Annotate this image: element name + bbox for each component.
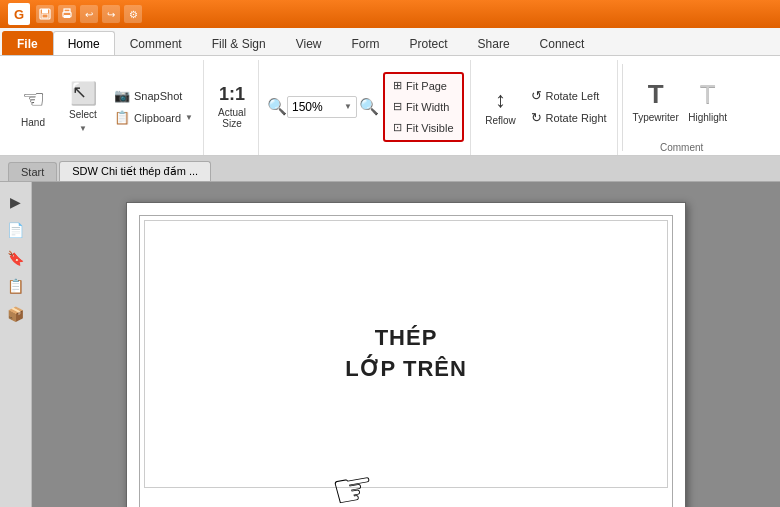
save-icon[interactable] (36, 5, 54, 23)
tab-share[interactable]: Share (463, 31, 525, 55)
comment-group-label: Comment (660, 142, 703, 155)
clipboard-button[interactable]: 📋 Clipboard ▼ (110, 108, 197, 128)
typewriter-label: Typewriter (633, 112, 679, 123)
fit-visible-label: Fit Visible (406, 122, 453, 134)
typewriter-icon: T (648, 79, 664, 110)
zoom-group: 1:1 ActualSize (206, 60, 259, 155)
fit-width-icon: ⊟ (393, 100, 402, 113)
tab-comment[interactable]: Comment (115, 31, 197, 55)
fit-visible-icon: ⊡ (393, 121, 402, 134)
snapshot-button[interactable]: 📷 SnapShot (110, 86, 197, 106)
tab-protect[interactable]: Protect (395, 31, 463, 55)
rotate-right-button[interactable]: ↻ Rotate Right (527, 108, 611, 128)
doc-tabs: Start SDW Chi tiết thép đầm ... (0, 156, 780, 182)
reflow-rotate-content: ↕ Reflow ↺ Rotate Left ↻ Rotate Right (479, 60, 611, 153)
select-icon: ⬜ (70, 81, 97, 107)
actual-size-label: ActualSize (218, 107, 246, 129)
tab-view[interactable]: View (281, 31, 337, 55)
snapshot-label: SnapShot (134, 90, 182, 102)
ribbon: ☜ Hand ⬜ ↖ Select ▼ 📷 SnapShot 📋 Clipboa… (0, 56, 780, 156)
hand-label: Hand (21, 117, 45, 129)
sidebar-attachments-btn[interactable]: 📦 (4, 302, 28, 326)
select-label: Select (69, 109, 97, 121)
fit-options-box: ⊞ Fit Page ⊟ Fit Width ⊡ Fit Visible (383, 72, 463, 142)
actual-size-button[interactable]: 1:1 ActualSize (212, 73, 252, 141)
typewriter-button[interactable]: T Typewriter (633, 67, 679, 135)
tab-connect[interactable]: Connect (525, 31, 600, 55)
rotate-left-icon: ↺ (531, 88, 542, 103)
svg-rect-2 (42, 14, 48, 18)
options-icon[interactable]: ⚙ (124, 5, 142, 23)
zoom-in-button[interactable]: 🔍 (359, 97, 377, 116)
fit-group-content: 🔍 150% ▼ 🔍 ⊞ Fit Page ⊟ Fit Width (267, 60, 463, 153)
highlight-label: Highlight (688, 112, 727, 123)
title-bar: G ↩ ↪ ⚙ (0, 0, 780, 28)
app-logo: G (8, 3, 30, 25)
undo-icon[interactable]: ↩ (80, 5, 98, 23)
zoom-row: 🔍 150% ▼ 🔍 (267, 96, 377, 118)
rotate-left-label: Rotate Left (546, 90, 600, 102)
clipboard-icon: 📋 (114, 110, 130, 125)
doc-page-inner2: THÉP LỚP TRÊN (144, 220, 668, 488)
svg-rect-4 (64, 9, 70, 12)
highlight-icon: T (700, 79, 716, 110)
hand-button[interactable]: ☜ Hand (10, 73, 56, 141)
sidebar-pages-btn[interactable]: 📄 (4, 218, 28, 242)
highlight-button[interactable]: T Highlight (685, 67, 731, 135)
doc-text-thep: THÉP (375, 323, 438, 354)
left-sidebar: ▶ 📄 🔖 📋 📦 (0, 182, 32, 507)
rotate-col: ↺ Rotate Left ↻ Rotate Right (527, 86, 611, 128)
tab-file[interactable]: File (2, 31, 53, 55)
print-icon[interactable] (58, 5, 76, 23)
hand-icon: ☜ (22, 84, 45, 115)
reflow-rotate-group: ↕ Reflow ↺ Rotate Left ↻ Rotate Right (473, 60, 618, 155)
tab-form[interactable]: Form (337, 31, 395, 55)
doc-tab-start[interactable]: Start (8, 162, 57, 181)
rotate-right-icon: ↻ (531, 110, 542, 125)
actual-size-icon: 1:1 (219, 85, 245, 103)
zoom-value: 150% (292, 100, 344, 114)
doc-canvas: THÉP LỚP TRÊN ☞ (32, 182, 780, 507)
sidebar-layers-btn[interactable]: 📋 (4, 274, 28, 298)
svg-rect-1 (42, 9, 48, 13)
sidebar-collapse-btn[interactable]: ▶ (4, 190, 28, 214)
clipboard-label: Clipboard (134, 112, 181, 124)
fit-page-button[interactable]: ⊞ Fit Page (389, 76, 457, 96)
doc-page-inner: THÉP LỚP TRÊN (139, 215, 673, 507)
zoom-controls: 🔍 150% ▼ 🔍 (267, 96, 377, 118)
main-area: ▶ 📄 🔖 📋 📦 THÉP LỚP TRÊN ☞ (0, 182, 780, 507)
select-button[interactable]: ⬜ ↖ Select ▼ (60, 73, 106, 141)
reflow-icon: ↕ (495, 87, 506, 113)
tools-group-content: ☜ Hand ⬜ ↖ Select ▼ 📷 SnapShot 📋 Clipboa… (10, 60, 197, 153)
sidebar-bookmarks-btn[interactable]: 🔖 (4, 246, 28, 270)
doc-text-lop-tren: LỚP TRÊN (345, 354, 467, 385)
rotate-left-button[interactable]: ↺ Rotate Left (527, 86, 611, 106)
redo-icon[interactable]: ↪ (102, 5, 120, 23)
fit-page-label: Fit Page (406, 80, 447, 92)
comment-group-content: T Typewriter T Highlight (633, 60, 731, 142)
snapshot-icon: 📷 (114, 88, 130, 103)
fit-page-icon: ⊞ (393, 79, 402, 92)
tools-group: ☜ Hand ⬜ ↖ Select ▼ 📷 SnapShot 📋 Clipboa… (4, 60, 204, 155)
reflow-label: Reflow (485, 115, 516, 126)
snapshot-clipboard-col: 📷 SnapShot 📋 Clipboard ▼ (110, 86, 197, 128)
title-bar-icons: ↩ ↪ ⚙ (36, 5, 142, 23)
zoom-arrow-icon: ▼ (344, 102, 352, 111)
reflow-button[interactable]: ↕ Reflow (479, 73, 523, 141)
zoom-group-content: 1:1 ActualSize (212, 60, 252, 153)
ribbon-tabs: File Home Comment Fill & Sign View Form … (0, 28, 780, 56)
comment-group: T Typewriter T Highlight Comment (627, 60, 737, 155)
zoom-out-button[interactable]: 🔍 (267, 97, 285, 116)
zoom-dropdown[interactable]: 150% ▼ (287, 96, 357, 118)
fit-visible-button[interactable]: ⊡ Fit Visible (389, 118, 457, 138)
doc-tab-sdw[interactable]: SDW Chi tiết thép đầm ... (59, 161, 211, 181)
rotate-right-label: Rotate Right (546, 112, 607, 124)
fit-width-label: Fit Width (406, 101, 449, 113)
fit-group: 🔍 150% ▼ 🔍 ⊞ Fit Page ⊟ Fit Width (261, 60, 470, 155)
ribbon-separator-1 (622, 64, 623, 151)
doc-page: THÉP LỚP TRÊN (126, 202, 686, 507)
svg-rect-5 (64, 15, 70, 18)
tab-home[interactable]: Home (53, 31, 115, 55)
fit-width-button[interactable]: ⊟ Fit Width (389, 97, 457, 117)
tab-fill-sign[interactable]: Fill & Sign (197, 31, 281, 55)
